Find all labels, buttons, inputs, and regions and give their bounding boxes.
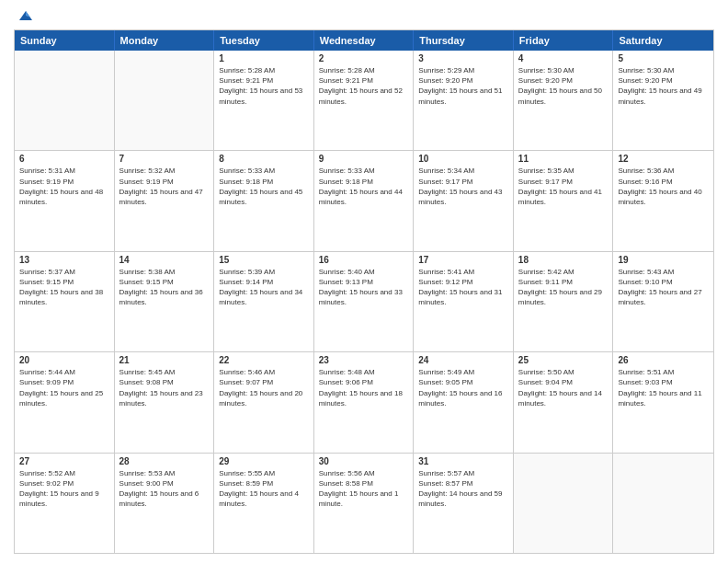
calendar-cell <box>15 51 115 150</box>
day-info: Sunrise: 5:38 AM Sunset: 9:15 PM Dayligh… <box>119 267 210 308</box>
day-info: Sunrise: 5:45 AM Sunset: 9:08 PM Dayligh… <box>119 367 210 408</box>
day-number: 4 <box>518 53 609 63</box>
calendar-cell: 4 Sunrise: 5:30 AM Sunset: 9:20 PM Dayli… <box>514 51 614 150</box>
calendar-cell <box>115 51 215 150</box>
calendar-cell: 6 Sunrise: 5:31 AM Sunset: 9:19 PM Dayli… <box>15 151 115 250</box>
day-info: Sunrise: 5:36 AM Sunset: 9:16 PM Dayligh… <box>618 166 709 207</box>
calendar-header-cell: Friday <box>514 30 614 51</box>
calendar-cell: 14 Sunrise: 5:38 AM Sunset: 9:15 PM Dayl… <box>115 252 215 351</box>
calendar-cell: 20 Sunrise: 5:44 AM Sunset: 9:09 PM Dayl… <box>15 352 115 452</box>
day-number: 2 <box>319 53 409 63</box>
calendar-cell: 23 Sunrise: 5:48 AM Sunset: 9:06 PM Dayl… <box>314 352 415 452</box>
day-info: Sunrise: 5:53 AM Sunset: 9:00 PM Dayligh… <box>119 468 210 510</box>
day-info: Sunrise: 5:29 AM Sunset: 9:20 PM Dayligh… <box>418 65 508 107</box>
day-number: 13 <box>19 255 109 265</box>
calendar-cell: 25 Sunrise: 5:50 AM Sunset: 9:04 PM Dayl… <box>514 352 614 452</box>
day-number: 16 <box>319 255 409 265</box>
calendar-cell: 11 Sunrise: 5:35 AM Sunset: 9:17 PM Dayl… <box>514 151 614 250</box>
day-number: 22 <box>219 355 309 365</box>
day-number: 5 <box>618 53 709 63</box>
calendar-row: 1 Sunrise: 5:28 AM Sunset: 9:21 PM Dayli… <box>15 51 713 150</box>
day-info: Sunrise: 5:49 AM Sunset: 9:05 PM Dayligh… <box>418 367 508 408</box>
day-number: 30 <box>319 456 409 466</box>
day-info: Sunrise: 5:33 AM Sunset: 9:18 PM Dayligh… <box>219 166 309 207</box>
calendar-cell: 8 Sunrise: 5:33 AM Sunset: 9:18 PM Dayli… <box>214 151 314 250</box>
day-number: 19 <box>618 255 709 265</box>
day-info: Sunrise: 5:37 AM Sunset: 9:15 PM Dayligh… <box>19 267 109 308</box>
day-number: 21 <box>119 355 210 365</box>
day-number: 6 <box>19 154 109 164</box>
calendar: SundayMondayTuesdayWednesdayThursdayFrid… <box>14 29 714 554</box>
calendar-cell: 7 Sunrise: 5:32 AM Sunset: 9:19 PM Dayli… <box>115 151 215 250</box>
day-info: Sunrise: 5:43 AM Sunset: 9:10 PM Dayligh… <box>618 267 709 308</box>
day-number: 15 <box>219 255 309 265</box>
day-number: 28 <box>119 456 210 466</box>
day-info: Sunrise: 5:34 AM Sunset: 9:17 PM Dayligh… <box>418 166 508 207</box>
calendar-row: 27 Sunrise: 5:52 AM Sunset: 9:02 PM Dayl… <box>15 453 713 553</box>
calendar-cell: 3 Sunrise: 5:29 AM Sunset: 9:20 PM Dayli… <box>414 51 514 150</box>
day-number: 24 <box>418 355 508 365</box>
calendar-cell: 21 Sunrise: 5:45 AM Sunset: 9:08 PM Dayl… <box>115 352 215 452</box>
day-info: Sunrise: 5:28 AM Sunset: 9:21 PM Dayligh… <box>319 65 409 107</box>
day-number: 1 <box>219 53 309 63</box>
day-number: 29 <box>219 456 309 466</box>
calendar-cell: 29 Sunrise: 5:55 AM Sunset: 8:59 PM Dayl… <box>214 454 314 553</box>
day-info: Sunrise: 5:35 AM Sunset: 9:17 PM Dayligh… <box>518 166 609 207</box>
calendar-header-cell: Thursday <box>414 30 514 51</box>
calendar-header-cell: Wednesday <box>314 30 415 51</box>
day-info: Sunrise: 5:31 AM Sunset: 9:19 PM Dayligh… <box>19 166 109 207</box>
calendar-cell <box>613 454 713 553</box>
day-number: 18 <box>518 255 609 265</box>
logo <box>14 9 34 22</box>
day-info: Sunrise: 5:28 AM Sunset: 9:21 PM Dayligh… <box>219 65 309 107</box>
calendar-row: 20 Sunrise: 5:44 AM Sunset: 9:09 PM Dayl… <box>15 351 713 452</box>
calendar-cell <box>514 454 614 553</box>
calendar-body: 1 Sunrise: 5:28 AM Sunset: 9:21 PM Dayli… <box>15 51 713 553</box>
day-number: 31 <box>418 456 508 466</box>
day-number: 10 <box>418 154 508 164</box>
day-info: Sunrise: 5:46 AM Sunset: 9:07 PM Dayligh… <box>219 367 309 408</box>
calendar-header-cell: Sunday <box>15 30 115 51</box>
logo-icon <box>17 9 34 22</box>
day-info: Sunrise: 5:48 AM Sunset: 9:06 PM Dayligh… <box>319 367 409 408</box>
calendar-cell: 26 Sunrise: 5:51 AM Sunset: 9:03 PM Dayl… <box>613 352 713 452</box>
day-number: 11 <box>518 154 609 164</box>
calendar-cell: 31 Sunrise: 5:57 AM Sunset: 8:57 PM Dayl… <box>414 454 514 553</box>
day-info: Sunrise: 5:41 AM Sunset: 9:12 PM Dayligh… <box>418 267 508 308</box>
calendar-cell: 17 Sunrise: 5:41 AM Sunset: 9:12 PM Dayl… <box>414 252 514 351</box>
day-info: Sunrise: 5:44 AM Sunset: 9:09 PM Dayligh… <box>19 367 109 408</box>
calendar-cell: 13 Sunrise: 5:37 AM Sunset: 9:15 PM Dayl… <box>15 252 115 351</box>
header <box>14 9 714 22</box>
calendar-cell: 19 Sunrise: 5:43 AM Sunset: 9:10 PM Dayl… <box>613 252 713 351</box>
day-info: Sunrise: 5:51 AM Sunset: 9:03 PM Dayligh… <box>618 367 709 408</box>
calendar-cell: 28 Sunrise: 5:53 AM Sunset: 9:00 PM Dayl… <box>115 454 215 553</box>
day-info: Sunrise: 5:50 AM Sunset: 9:04 PM Dayligh… <box>518 367 609 408</box>
calendar-cell: 22 Sunrise: 5:46 AM Sunset: 9:07 PM Dayl… <box>214 352 314 452</box>
day-info: Sunrise: 5:33 AM Sunset: 9:18 PM Dayligh… <box>319 166 409 207</box>
day-number: 14 <box>119 255 210 265</box>
calendar-header-cell: Tuesday <box>214 30 314 51</box>
day-info: Sunrise: 5:52 AM Sunset: 9:02 PM Dayligh… <box>19 468 109 510</box>
calendar-cell: 2 Sunrise: 5:28 AM Sunset: 9:21 PM Dayli… <box>314 51 415 150</box>
day-info: Sunrise: 5:57 AM Sunset: 8:57 PM Dayligh… <box>418 468 508 510</box>
calendar-row: 13 Sunrise: 5:37 AM Sunset: 9:15 PM Dayl… <box>15 251 713 351</box>
day-number: 23 <box>319 355 409 365</box>
calendar-cell: 30 Sunrise: 5:56 AM Sunset: 8:58 PM Dayl… <box>314 454 415 553</box>
calendar-cell: 10 Sunrise: 5:34 AM Sunset: 9:17 PM Dayl… <box>414 151 514 250</box>
calendar-cell: 1 Sunrise: 5:28 AM Sunset: 9:21 PM Dayli… <box>214 51 314 150</box>
day-number: 12 <box>618 154 709 164</box>
day-number: 8 <box>219 154 309 164</box>
day-info: Sunrise: 5:42 AM Sunset: 9:11 PM Dayligh… <box>518 267 609 308</box>
calendar-row: 6 Sunrise: 5:31 AM Sunset: 9:19 PM Dayli… <box>15 150 713 250</box>
day-info: Sunrise: 5:30 AM Sunset: 9:20 PM Dayligh… <box>518 65 609 107</box>
calendar-cell: 5 Sunrise: 5:30 AM Sunset: 9:20 PM Dayli… <box>613 51 713 150</box>
calendar-header: SundayMondayTuesdayWednesdayThursdayFrid… <box>15 30 713 51</box>
calendar-cell: 15 Sunrise: 5:39 AM Sunset: 9:14 PM Dayl… <box>214 252 314 351</box>
day-info: Sunrise: 5:39 AM Sunset: 9:14 PM Dayligh… <box>219 267 309 308</box>
calendar-cell: 27 Sunrise: 5:52 AM Sunset: 9:02 PM Dayl… <box>15 454 115 553</box>
day-info: Sunrise: 5:56 AM Sunset: 8:58 PM Dayligh… <box>319 468 409 510</box>
day-number: 9 <box>319 154 409 164</box>
calendar-cell: 12 Sunrise: 5:36 AM Sunset: 9:16 PM Dayl… <box>613 151 713 250</box>
day-number: 3 <box>418 53 508 63</box>
day-info: Sunrise: 5:55 AM Sunset: 8:59 PM Dayligh… <box>219 468 309 510</box>
